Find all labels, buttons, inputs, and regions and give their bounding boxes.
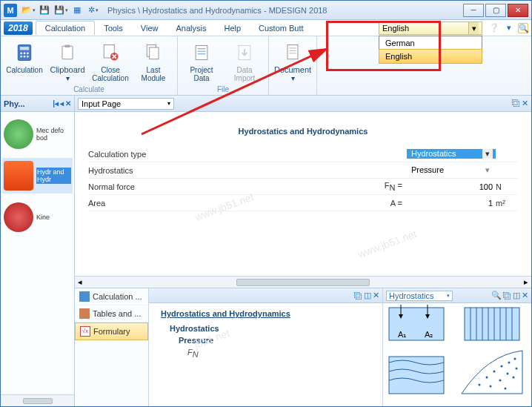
calculation-button[interactable]: Calculation <box>4 38 45 85</box>
group-calculate: Calculate <box>4 85 174 93</box>
formulary-h2: Hydrostatics <box>170 324 370 333</box>
copy-icon[interactable]: ⿻ <box>503 291 511 300</box>
maximize-button[interactable]: ▢ <box>485 4 506 17</box>
copy-icon[interactable]: ⿻ <box>354 291 362 300</box>
save-icon[interactable]: 💾 <box>38 4 51 17</box>
hscroll-main[interactable]: ◂▸ <box>75 276 531 288</box>
param-value[interactable]: 1 <box>407 199 496 208</box>
left-panel-title: Phy... <box>4 99 25 108</box>
svg-text:A₂: A₂ <box>425 330 433 339</box>
language-value: English <box>382 24 409 33</box>
last-module-button[interactable]: Last Module <box>133 38 174 85</box>
svg-rect-2 <box>20 47 29 50</box>
diagram-selector[interactable]: Hydrostatics▾ <box>386 291 453 301</box>
copy2-icon[interactable]: ◫ <box>513 291 520 300</box>
svg-rect-14 <box>150 47 159 59</box>
tab-view[interactable]: View <box>132 21 167 35</box>
param-value[interactable]: 100 <box>407 182 496 191</box>
param-sym: FN = <box>377 181 407 192</box>
lang-option-german[interactable]: German <box>379 36 482 50</box>
close-icon[interactable]: ✕ <box>373 291 379 300</box>
category-hydro[interactable]: Hydr and Hydr <box>2 158 73 193</box>
group-document <box>272 85 313 93</box>
panel-close-icon[interactable]: ✕ <box>65 99 71 107</box>
svg-point-5 <box>27 53 29 55</box>
formulary-h3: Pressure <box>179 336 370 345</box>
help-icon[interactable]: ❔ <box>488 22 500 34</box>
category-label: Hydr and Hydr <box>36 168 71 184</box>
param-name: Calculation type <box>88 150 377 159</box>
calculator-qa-icon[interactable]: ▦ <box>70 4 84 17</box>
diagram-view: A₁A₂ <box>383 303 531 406</box>
param-value-dropdown[interactable]: Pressure▾ <box>407 165 496 175</box>
year-badge: 2018 <box>4 21 33 35</box>
bottom-tab-calculation[interactable]: Calculation ... <box>75 288 148 305</box>
main-panel: Input Page▾ ⿻ ✕ Hydrostatics and Hydrody… <box>75 96 531 406</box>
close-button[interactable]: ✕ <box>508 4 528 17</box>
close-icon[interactable]: ✕ <box>522 99 528 108</box>
svg-point-48 <box>513 377 515 379</box>
close-icon[interactable]: ✕ <box>522 291 528 300</box>
lang-option-english[interactable]: English <box>379 49 482 64</box>
search-input[interactable]: 🔍 <box>518 23 528 33</box>
left-panel-header: Phy... |◂ ◂ ✕ <box>1 96 74 112</box>
param-name: Hydrostatics <box>88 166 377 175</box>
svg-point-8 <box>27 56 29 58</box>
svg-point-41 <box>493 371 496 373</box>
tab-help[interactable]: Help <box>215 21 250 35</box>
tab-analysis[interactable]: Analysis <box>167 21 215 35</box>
svg-point-47 <box>507 373 509 375</box>
app-logo: M <box>4 4 17 17</box>
copy-icon[interactable]: ⿻ <box>512 99 520 108</box>
window-title: Physics \ Hydrostatics and Hydrodynamics… <box>107 6 462 15</box>
tab-tools[interactable]: Tools <box>95 21 132 35</box>
document-button[interactable]: Document ▾ <box>272 38 313 85</box>
nav-first-icon[interactable]: |◂ <box>53 99 59 107</box>
nav-prev-icon[interactable]: ◂ <box>60 99 64 107</box>
formula-icon: √x <box>80 326 90 337</box>
category-mechanics[interactable]: Mec defo bod <box>2 116 73 152</box>
svg-text:A₁: A₁ <box>398 330 406 339</box>
svg-point-3 <box>20 53 22 55</box>
param-value-dropdown[interactable]: Hydrostatics▾ <box>407 149 496 159</box>
data-import-button: Data Import <box>224 38 265 85</box>
language-selector[interactable]: English▾ German English <box>379 21 482 35</box>
param-name: Area <box>88 199 377 208</box>
page-selector-value: Input Page <box>82 99 121 108</box>
info-icon[interactable]: ▾ <box>503 22 515 34</box>
hscroll-left[interactable] <box>1 394 74 406</box>
chevron-down-icon: ▾ <box>482 165 493 175</box>
chevron-down-icon: ▾ <box>468 22 479 34</box>
content-title: Hydrostatics and Hydrodynamics <box>75 112 531 146</box>
open-icon[interactable]: 📂▾ <box>21 4 35 17</box>
svg-rect-20 <box>287 45 298 59</box>
svg-rect-9 <box>62 46 73 59</box>
svg-point-49 <box>516 368 518 370</box>
left-panel: Phy... |◂ ◂ ✕ Mec defo bod Hydr and Hydr… <box>1 96 75 406</box>
hydro-icon <box>4 161 33 191</box>
svg-point-6 <box>20 56 22 58</box>
project-data-button[interactable]: Project Data <box>181 38 222 85</box>
titlebar: M 📂▾ 💾 💾▾ ▦ ✲▾ Physics \ Hydrostatics an… <box>1 1 531 20</box>
page-selector[interactable]: Input Page▾ <box>78 98 174 110</box>
calc-icon <box>79 291 90 302</box>
svg-point-42 <box>501 365 503 368</box>
zoom-icon[interactable]: 🔍 <box>491 291 502 300</box>
saveas-icon[interactable]: 💾▾ <box>54 4 67 17</box>
settings-qa-icon[interactable]: ✲▾ <box>87 4 100 17</box>
tab-calculation[interactable]: Calculation <box>36 21 95 35</box>
formula-fn: FN <box>187 348 370 359</box>
category-label: Kine <box>36 214 50 221</box>
tab-custom[interactable]: Custom Butt <box>250 21 313 35</box>
param-unit: N <box>496 182 518 191</box>
category-kinematics[interactable]: Kine <box>2 199 73 235</box>
formulary-panel: ⿻ ◫ ✕ Hydrostatics and Hydrodynamics Hyd… <box>149 288 383 406</box>
mechanics-icon <box>4 119 33 149</box>
copy2-icon[interactable]: ◫ <box>364 291 371 300</box>
bottom-tab-formulary[interactable]: √xFormulary <box>75 322 148 340</box>
close-calculation-button[interactable]: Close Calculation <box>90 38 131 85</box>
bottom-tab-tables[interactable]: Tables and ... <box>75 305 148 322</box>
params-table: Calculation type Hydrostatics▾ Hydrostat… <box>75 146 531 211</box>
clipboard-button[interactable]: Clipboard ▾ <box>47 38 88 85</box>
minimize-button[interactable]: ─ <box>463 4 484 17</box>
